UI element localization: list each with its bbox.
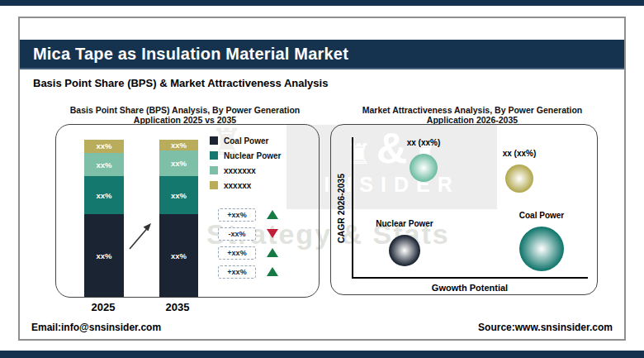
bar-segment: xx% [84,140,124,153]
x-axis-label: Gwowth Potential [352,283,588,293]
bps-chart-panel: xx%xx%xx%xx% xx%xx%xx%xx% Coal PowerNucl… [55,124,320,298]
attractiveness-chart-panel: CAGR 2026-2035 xx (xx%)xx (xx%)Nuclear P… [330,124,598,295]
page-title: Mica Tape as Insulation Material Market [20,40,624,68]
bar-segment: xx% [84,214,124,297]
change-badge-row: +xx% [218,265,278,278]
change-badge-row: +xx% [218,246,278,259]
legend-item: Nuclear Power [210,151,281,160]
legend-item: xxxxxxx [210,166,281,174]
bottom-border-strip [0,351,644,358]
change-badge-row: +xx% [218,208,278,221]
bar-segment: xx% [159,140,198,150]
change-badge-row: -xx% [218,227,278,240]
bar-segment: xx% [159,150,198,177]
change-badge: +xx% [218,246,256,260]
bps-chart-title: Basis Point Share (BPS) Analysis, By Pow… [49,105,321,125]
top-border-strip [0,0,644,6]
bubble-xx-xx- [505,165,533,193]
legend-item: Coal Power [210,136,281,145]
legend-swatch [210,151,218,160]
attractiveness-chart-title: Market Attractiveness Analysis, By Power… [340,105,604,125]
bar-segment: xx% [159,176,198,214]
y-axis-label: CAGR 2026-2035 [336,138,346,279]
x-axis-line [352,277,588,279]
bar-segment: xx% [84,176,124,214]
page-subtitle: Basis Point Share (BPS) & Market Attract… [33,77,328,89]
legend-swatch [210,166,218,174]
bps-legend: Coal PowerNuclear Powerxxxxxxxxxxxxx [210,136,281,196]
change-badge: +xx% [218,265,256,279]
down-triangle-icon [267,229,278,238]
bar-category-label-2035: 2035 [158,301,197,313]
up-triangle-icon [267,267,278,276]
bar-category-label-2025: 2025 [83,301,123,313]
footer-source: Source:www.snsinsider.com [478,322,613,333]
legend-label: Coal Power [224,136,268,146]
legend-label: Nuclear Power [224,151,281,160]
legend-label: xxxxxx [224,181,251,190]
legend-item: xxxxxx [210,181,281,189]
footer-email: Email:info@snsinsider.com [31,322,161,333]
y-axis-line [352,137,353,279]
bar-segment: xx% [159,214,198,297]
legend-swatch [210,181,218,189]
bar-segment: xx% [84,153,124,177]
bubble-coal-power [519,227,564,271]
bubble-nuclear-power [389,235,420,266]
legend-label: xxxxxxx [224,166,256,175]
report-card: ♜ ♜ & ♜ INSIDER Strategy & Stats Mica Ta… [18,17,626,341]
stacked-bar-2035: xx%xx%xx%xx% [159,140,198,297]
bubble-xx-xx- [410,154,438,182]
bps-change-badges: +xx%-xx%+xx%+xx% [218,208,278,284]
trend-arrow-icon [125,219,159,252]
bubble-label: xx (xx%) [374,138,473,147]
legend-swatch [210,136,218,145]
infographic-root: ♜ ♜ & ♜ INSIDER Strategy & Stats Mica Ta… [0,0,644,358]
stacked-bar-2025: xx%xx%xx%xx% [84,140,124,297]
change-badge: +xx% [218,208,256,222]
bubble-label: Nuclear Power [355,219,454,228]
title-band: Mica Tape as Insulation Material Market [20,40,624,69]
bubble-label: Coal Power [492,211,591,220]
bubble-label: xx (xx%) [470,149,569,158]
up-triangle-icon [267,248,278,257]
change-badge: -xx% [218,227,256,241]
up-triangle-icon [267,210,278,219]
